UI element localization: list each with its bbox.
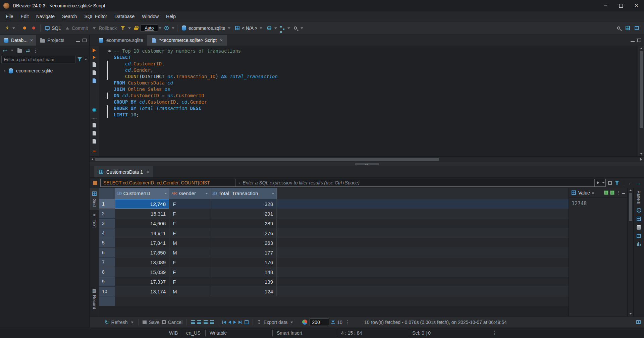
cell[interactable]: F: [169, 219, 210, 228]
tab-result-customersdata[interactable]: CustomersData 1 ×: [94, 166, 153, 177]
open-view-button[interactable]: [623, 23, 632, 33]
history-forward-icon[interactable]: →: [636, 180, 641, 185]
sort-menu-icon[interactable]: [205, 193, 208, 194]
tree-item-connection[interactable]: › ecommerce.sqlite: [0, 67, 89, 75]
open-panels-icon[interactable]: [636, 320, 641, 324]
new-sql-editor-button[interactable]: SQL: [43, 23, 63, 33]
row-number[interactable]: 8: [99, 267, 115, 277]
chevron-down-icon[interactable]: [301, 27, 303, 29]
focus-row-icon[interactable]: [245, 320, 249, 324]
globe-button[interactable]: [265, 23, 274, 33]
chevron-down-icon[interactable]: [274, 27, 277, 29]
sort-menu-icon[interactable]: [272, 193, 274, 194]
cell[interactable]: F: [169, 277, 210, 286]
tab-record-view[interactable]: ▤ Record: [90, 285, 99, 312]
commit-button[interactable]: Commit: [63, 23, 90, 33]
scroll-up-icon[interactable]: [629, 189, 632, 191]
tab-text-view[interactable]: ≡ Text: [90, 210, 99, 231]
tab-projects[interactable]: Projects: [36, 35, 68, 46]
code-line[interactable]: LIMIT 10;: [114, 112, 638, 118]
cell[interactable]: 17,841: [115, 238, 169, 247]
menu-item-help[interactable]: Help: [162, 12, 179, 21]
scrollbar-thumb[interactable]: [95, 158, 439, 161]
toolbar-search-button[interactable]: [291, 23, 300, 33]
row-number[interactable]: 7: [99, 258, 115, 267]
new-folder-icon[interactable]: [17, 49, 22, 53]
scrollbar-thumb[interactable]: [629, 193, 632, 221]
cell[interactable]: 289: [210, 219, 277, 228]
sort-menu-icon[interactable]: [164, 193, 167, 194]
commit-mode-select[interactable]: Auto: [141, 24, 158, 32]
duplicate-row-icon[interactable]: [204, 320, 208, 324]
row-number[interactable]: 1: [99, 199, 115, 209]
menu-item-navigate[interactable]: Navigate: [33, 12, 58, 21]
tab-sql-script[interactable]: *<ecommerce.sqlite> Script ×: [147, 35, 227, 46]
scroll-right-icon[interactable]: [640, 158, 642, 161]
cell[interactable]: 276: [210, 228, 277, 238]
toolbar-menu-icon[interactable]: ⋮: [345, 320, 350, 325]
editor-vertical-scrollbar[interactable]: [638, 46, 644, 156]
filter-funnel-icon[interactable]: [77, 57, 82, 61]
apply-filter-icon[interactable]: [597, 181, 599, 184]
cell[interactable]: 148: [210, 267, 277, 277]
first-row-button[interactable]: [222, 321, 226, 324]
cell[interactable]: 328: [210, 199, 277, 209]
value-menu-icon[interactable]: ⋮: [616, 190, 621, 195]
transaction-filter-button[interactable]: [118, 23, 127, 33]
new-connection-button[interactable]: [3, 23, 12, 33]
scroll-down-icon[interactable]: [640, 153, 643, 155]
lock-button[interactable]: [131, 23, 141, 33]
script-templates-icon[interactable]: [93, 78, 96, 83]
close-icon[interactable]: ×: [146, 169, 149, 175]
grid-panel-icon[interactable]: [637, 217, 641, 221]
tab-connection-editor[interactable]: ecommerce.sqlite: [94, 35, 147, 46]
scrollbar-thumb[interactable]: [640, 51, 643, 128]
chevron-down-icon[interactable]: [287, 27, 290, 29]
row-number[interactable]: 3: [99, 219, 115, 228]
execute-statement-icon[interactable]: [93, 48, 96, 52]
column-header-gender[interactable]: ABCGender: [169, 188, 210, 199]
column-header-customerid[interactable]: 123CustomerID: [115, 188, 169, 199]
chevron-down-icon[interactable]: [131, 322, 133, 323]
row-number[interactable]: 5: [99, 238, 115, 247]
result-filter-input[interactable]: [243, 180, 594, 185]
tab-grid-view[interactable]: Grid: [90, 188, 99, 210]
cell[interactable]: 13,089: [115, 258, 169, 267]
explain-plan-icon[interactable]: [93, 62, 96, 67]
cell[interactable]: 139: [210, 277, 277, 286]
code-line[interactable]: ON cd.CustomerID = os.CustomerID: [114, 93, 638, 99]
code-line[interactable]: COUNT(DISTINCT os.Transaction_ID) AS Tot…: [114, 73, 638, 80]
problems-icon[interactable]: ≡: [93, 148, 96, 154]
chevron-down-icon[interactable]: [12, 27, 15, 29]
cell[interactable]: M: [169, 248, 210, 257]
execute-script-icon[interactable]: [93, 56, 96, 59]
cell[interactable]: 177: [210, 248, 277, 257]
close-icon[interactable]: ×: [592, 190, 594, 195]
cell[interactable]: 176: [210, 258, 277, 267]
cell[interactable]: F: [169, 267, 210, 277]
menu-item-window[interactable]: Window: [138, 12, 162, 21]
cell[interactable]: 15,039: [115, 267, 169, 277]
object-filter-input[interactable]: [1, 56, 75, 63]
fetch-size-input[interactable]: [310, 319, 329, 326]
cell[interactable]: F: [169, 228, 210, 238]
references-panel-icon[interactable]: [637, 234, 641, 238]
code-line[interactable]: JOIN Online_Sales os: [114, 86, 638, 93]
metadata-panel-icon[interactable]: [637, 225, 641, 230]
query-log-icon[interactable]: [93, 131, 96, 135]
tab-database-navigator[interactable]: Datab... ×: [0, 35, 36, 46]
menu-item-search[interactable]: Search: [58, 12, 80, 21]
refresh-icon[interactable]: ↻: [105, 320, 109, 325]
output-log-icon[interactable]: [93, 123, 96, 127]
collapse-all-icon[interactable]: ↩: [3, 48, 7, 53]
clear-filter-icon[interactable]: [608, 181, 612, 185]
editor-horizontal-scrollbar[interactable]: [90, 156, 644, 162]
last-row-button[interactable]: [238, 321, 242, 324]
transaction-log-button[interactable]: [29, 23, 38, 33]
row-number[interactable]: 6: [99, 248, 115, 257]
close-button[interactable]: [629, 0, 644, 11]
add-row-icon[interactable]: [197, 320, 201, 324]
code-line[interactable]: ORDER BY Total_Transaction DESC: [114, 105, 638, 112]
cell[interactable]: 15,311: [115, 209, 169, 218]
analyze-query-icon[interactable]: [93, 70, 96, 75]
